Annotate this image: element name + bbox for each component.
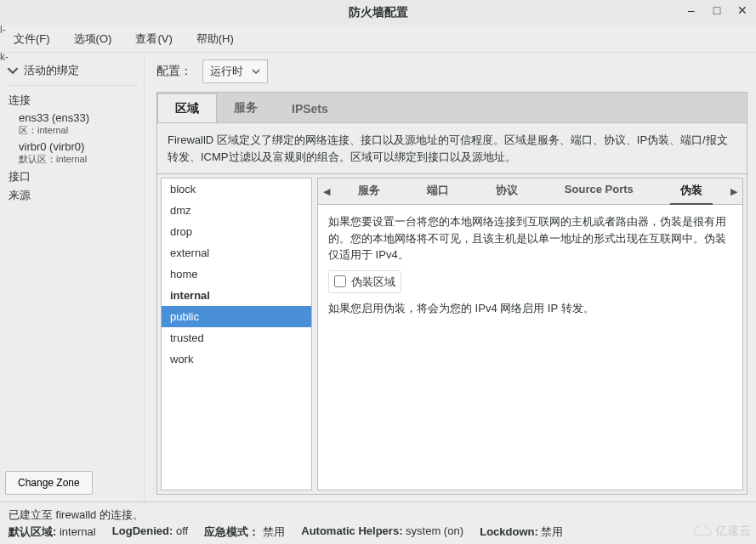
connection-ens33[interactable]: ens33 (ens33) 区：internal: [5, 110, 139, 139]
window-title: 防火墙配置: [349, 5, 408, 20]
group-connections[interactable]: 连接: [5, 91, 139, 110]
zone-drop[interactable]: drop: [162, 221, 311, 242]
zone-dmz[interactable]: dmz: [162, 200, 311, 221]
zone-block[interactable]: block: [162, 178, 311, 200]
masquerade-desc: 如果您要设置一台将您的本地网络连接到互联网的主机或者路由器，伪装是很有用的。您的…: [328, 213, 732, 264]
status-seg-3: Automatic Helpers: system (on): [301, 524, 463, 540]
zone-work[interactable]: work: [162, 348, 311, 370]
zone-home[interactable]: home: [162, 264, 311, 285]
chevron-down-icon: [7, 65, 19, 76]
zone-external[interactable]: external: [162, 242, 311, 264]
zone-description: FirewallD 区域定义了绑定的网络连接、接口以及源地址的可信程度。区域是服…: [156, 122, 747, 173]
sidebar: 活动的绑定 连接 ens33 (ens33) 区：internal virbr0…: [0, 53, 145, 502]
subtab-1[interactable]: 端口: [417, 178, 459, 205]
menu-options[interactable]: 选项(O): [69, 28, 117, 50]
zone-subtabs: ◀ 服务端口协议Source Ports伪装 ▶: [317, 178, 743, 205]
group-interfaces[interactable]: 接口: [5, 167, 139, 186]
change-zone-button[interactable]: Change Zone: [5, 471, 93, 495]
tab-services[interactable]: 服务: [217, 94, 275, 122]
status-seg-0: 默认区域: internal: [9, 524, 96, 540]
chevron-down-icon: [252, 67, 260, 76]
zone-trusted[interactable]: trusted: [162, 327, 311, 348]
status-connection: 已建立至 firewalld 的连接。: [9, 507, 144, 523]
config-label: 配置：: [156, 64, 192, 79]
subtab-scroll-left[interactable]: ◀: [318, 186, 335, 197]
status-seg-1: LogDenied: off: [112, 524, 188, 540]
zone-public[interactable]: public: [162, 306, 311, 327]
content-area: 配置： 运行时 区域 服务 IPSets FirewallD 区域定义了绑定的网…: [145, 53, 756, 502]
masquerade-checkbox[interactable]: [334, 275, 346, 287]
subtab-scroll-right[interactable]: ▶: [725, 186, 742, 197]
subtab-4[interactable]: 伪装: [670, 178, 713, 205]
masquerade-note: 如果您启用伪装，将会为您的 IPv4 网络启用 IP 转发。: [328, 300, 732, 317]
binding-tree: 连接 ens33 (ens33) 区：internal virbr0 (virb…: [5, 86, 139, 471]
left-gutter: i) l- l- k-: [0, 0, 9, 544]
masquerade-panel: 如果您要设置一台将您的本地网络连接到互联网的主机或者路由器，伪装是很有用的。您的…: [317, 205, 743, 490]
status-seg-4: Lockdown: 禁用: [480, 524, 563, 540]
tab-zones[interactable]: 区域: [157, 94, 217, 123]
maximize-button[interactable]: □: [710, 3, 724, 17]
menu-view[interactable]: 查看(V): [130, 28, 177, 50]
masquerade-checkbox-row[interactable]: 伪装区域: [328, 270, 401, 294]
subtab-0[interactable]: 服务: [348, 178, 390, 205]
zone-internal[interactable]: internal: [162, 285, 311, 306]
watermark: 亿速云: [693, 524, 751, 539]
subtab-2[interactable]: 协议: [486, 178, 528, 205]
menubar: 文件(F) 选项(O) 查看(V) 帮助(H): [0, 26, 756, 53]
main-tabs: 区域 服务 IPSets: [156, 92, 747, 122]
minimize-button[interactable]: –: [685, 3, 698, 17]
connection-virbr0[interactable]: virbr0 (virbr0) 默认区：internal: [5, 139, 139, 167]
titlebar: 防火墙配置 – □ ✕: [0, 0, 756, 26]
group-sources[interactable]: 来源: [5, 186, 139, 205]
statusbar: 已建立至 firewalld 的连接。 默认区域: internal LogDe…: [0, 502, 756, 544]
menu-help[interactable]: 帮助(H): [191, 28, 239, 50]
menu-file[interactable]: 文件(F): [9, 28, 55, 50]
close-button[interactable]: ✕: [736, 3, 749, 17]
status-seg-2: 应急模式： 禁用: [204, 524, 285, 540]
subtab-3[interactable]: Source Ports: [554, 178, 644, 205]
sidebar-heading[interactable]: 活动的绑定: [5, 60, 139, 86]
zone-list: blockdmzdropexternalhomeinternalpublictr…: [161, 178, 312, 490]
tab-ipsets[interactable]: IPSets: [275, 95, 345, 122]
config-select[interactable]: 运行时: [202, 60, 268, 83]
